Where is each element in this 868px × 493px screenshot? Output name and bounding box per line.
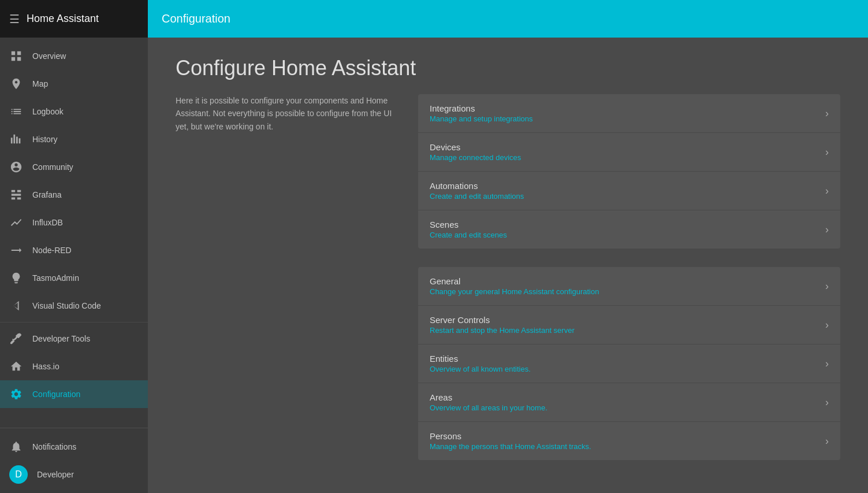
sidebar-label-hassio: Hass.io	[32, 362, 59, 371]
config-item-text-scenes: Scenes Create and edit scenes	[430, 220, 818, 239]
chevron-right-icon-devices: ›	[825, 146, 829, 158]
topbar: Configuration	[148, 0, 868, 38]
config-item-scenes[interactable]: Scenes Create and edit scenes ›	[418, 210, 840, 249]
map-icon	[9, 77, 23, 91]
vscode-icon	[9, 299, 23, 313]
config-item-title-automations: Automations	[430, 181, 818, 191]
content-area: Configure Home Assistant Here it is poss…	[148, 38, 868, 493]
sidebar-label-configuration: Configuration	[32, 390, 80, 399]
config-item-text-entities: Entities Overview of all known entities.	[430, 354, 818, 373]
community-icon	[9, 160, 23, 174]
config-item-general[interactable]: General Change your general Home Assista…	[418, 267, 840, 306]
content-body: Here it is possible to configure your co…	[176, 94, 840, 460]
config-item-text-areas: Areas Overview of all areas in your home…	[430, 392, 818, 412]
topbar-title: Configuration	[162, 12, 230, 25]
sidebar-item-configuration[interactable]: Configuration	[0, 380, 148, 408]
config-item-persons[interactable]: Persons Manage the persons that Home Ass…	[418, 422, 840, 460]
gear-icon	[9, 387, 23, 401]
sidebar-item-developer-tools[interactable]: Developer Tools	[0, 325, 148, 353]
config-group-1: Integrations Manage and setup integratio…	[418, 94, 840, 249]
config-item-title-integrations: Integrations	[430, 103, 818, 113]
config-item-subtitle-integrations: Manage and setup integrations	[430, 114, 818, 123]
list-icon	[9, 105, 23, 118]
config-item-text-devices: Devices Manage connected devices	[430, 142, 818, 162]
sidebar: ☰ Home Assistant Overview Map Logbook	[0, 0, 148, 493]
config-item-subtitle-devices: Manage connected devices	[430, 153, 818, 162]
config-item-text-automations: Automations Create and edit automations	[430, 181, 818, 201]
config-item-text-persons: Persons Manage the persons that Home Ass…	[430, 431, 818, 451]
hassio-icon	[9, 359, 23, 373]
sidebar-label-developer: Developer	[37, 470, 74, 479]
sidebar-label-overview: Overview	[32, 51, 66, 61]
bulb-icon	[9, 271, 23, 285]
config-cards-container: Integrations Manage and setup integratio…	[418, 94, 840, 460]
config-item-title-areas: Areas	[430, 392, 818, 402]
grid-icon	[9, 49, 23, 63]
chevron-right-icon-automations: ›	[825, 185, 829, 197]
config-item-subtitle-server-controls: Restart and stop the Home Assistant serv…	[430, 326, 818, 335]
sidebar-label-history: History	[32, 135, 58, 144]
sidebar-label-community: Community	[32, 162, 73, 172]
sidebar-item-vscode[interactable]: Visual Studio Code	[0, 292, 148, 320]
config-item-server-controls[interactable]: Server Controls Restart and stop the Hom…	[418, 306, 840, 344]
sidebar-nav: Overview Map Logbook History	[0, 38, 148, 428]
sidebar-label-map: Map	[32, 79, 48, 88]
wrench-icon	[9, 332, 23, 346]
sidebar-item-map[interactable]: Map	[0, 70, 148, 98]
sidebar-item-grafana[interactable]: Grafana	[0, 181, 148, 209]
config-item-text-server-controls: Server Controls Restart and stop the Hom…	[430, 315, 818, 335]
bell-icon	[9, 440, 23, 454]
config-item-integrations[interactable]: Integrations Manage and setup integratio…	[418, 94, 840, 133]
config-item-title-entities: Entities	[430, 354, 818, 364]
sidebar-label-influxdb: InfluxDB	[32, 218, 63, 227]
sidebar-label-grafana: Grafana	[32, 190, 62, 199]
sidebar-item-user[interactable]: D Developer	[0, 461, 148, 488]
config-item-subtitle-scenes: Create and edit scenes	[430, 231, 818, 239]
sidebar-item-node-red[interactable]: Node-RED	[0, 236, 148, 264]
sidebar-item-notifications[interactable]: Notifications	[0, 433, 148, 461]
grafana-icon	[9, 188, 23, 202]
config-item-title-server-controls: Server Controls	[430, 315, 818, 325]
sidebar-label-logbook: Logbook	[32, 107, 64, 116]
group-gap	[418, 253, 840, 262]
config-item-text-integrations: Integrations Manage and setup integratio…	[430, 103, 818, 123]
config-item-title-devices: Devices	[430, 142, 818, 152]
barchart-icon	[9, 132, 23, 146]
sidebar-bottom: Notifications D Developer	[0, 428, 148, 493]
sidebar-label-developer-tools: Developer Tools	[32, 334, 90, 343]
config-item-subtitle-automations: Create and edit automations	[430, 192, 818, 201]
sidebar-item-hassio[interactable]: Hass.io	[0, 353, 148, 380]
config-item-areas[interactable]: Areas Overview of all areas in your home…	[418, 383, 840, 422]
chevron-right-icon-entities: ›	[825, 358, 829, 370]
config-item-title-persons: Persons	[430, 431, 818, 441]
config-item-entities[interactable]: Entities Overview of all known entities.…	[418, 344, 840, 383]
config-item-subtitle-entities: Overview of all known entities.	[430, 365, 818, 373]
config-group-2: General Change your general Home Assista…	[418, 267, 840, 460]
page-title: Configure Home Assistant	[176, 56, 840, 80]
chevron-right-icon-general: ›	[825, 280, 829, 292]
config-item-title-scenes: Scenes	[430, 220, 818, 229]
sidebar-label-notifications: Notifications	[32, 442, 76, 451]
sidebar-item-tasmoadmin[interactable]: TasmoAdmin	[0, 264, 148, 292]
sidebar-item-community[interactable]: Community	[0, 153, 148, 181]
sidebar-label-vscode: Visual Studio Code	[32, 301, 101, 310]
config-item-devices[interactable]: Devices Manage connected devices ›	[418, 133, 840, 172]
config-item-subtitle-areas: Overview of all areas in your home.	[430, 403, 818, 412]
sidebar-item-influxdb[interactable]: InfluxDB	[0, 209, 148, 236]
influxdb-icon	[9, 216, 23, 229]
page-description: Here it is possible to configure your co…	[176, 94, 395, 133]
main-content: Configuration Configure Home Assistant H…	[148, 0, 868, 493]
chevron-right-icon-areas: ›	[825, 396, 829, 409]
menu-icon[interactable]: ☰	[9, 12, 20, 26]
avatar: D	[9, 465, 28, 484]
config-item-automations[interactable]: Automations Create and edit automations …	[418, 172, 840, 210]
sidebar-item-logbook[interactable]: Logbook	[0, 98, 148, 125]
chevron-right-icon-persons: ›	[825, 435, 829, 447]
config-item-subtitle-persons: Manage the persons that Home Assistant t…	[430, 442, 818, 451]
chevron-right-icon-scenes: ›	[825, 224, 829, 236]
sidebar-header: ☰ Home Assistant	[0, 0, 148, 38]
sidebar-item-overview[interactable]: Overview	[0, 42, 148, 70]
sidebar-item-history[interactable]: History	[0, 125, 148, 153]
sidebar-label-node-red: Node-RED	[32, 246, 72, 255]
chevron-right-icon-server-controls: ›	[825, 319, 829, 331]
